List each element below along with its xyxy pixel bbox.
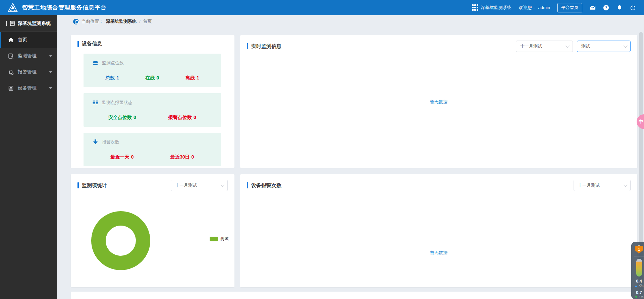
monitor-points-panel: 监测点位数 总数1 在线0 离线1	[84, 54, 221, 87]
legend-label: 测试	[220, 236, 228, 242]
sidebar-item-alarm-mgmt[interactable]: 报警管理	[0, 64, 57, 80]
panel-title: 报警次数	[102, 139, 119, 145]
help-icon[interactable]: ?	[603, 5, 609, 11]
chevron-down-icon	[49, 87, 52, 89]
download-speed: 0.7 ▼ K/s	[634, 290, 643, 299]
network-monitor-widget[interactable]: 1 0.4 ▲ K/s 0.7 ▼ K/s	[631, 242, 644, 299]
empty-data-text: 暂无数据	[240, 250, 637, 256]
sidebar-item-label: 报警管理	[18, 69, 37, 75]
book-icon	[10, 21, 15, 26]
empty-data-text: 暂无数据	[240, 99, 637, 105]
shield-count: 1	[638, 247, 640, 252]
title-accent-bar	[77, 182, 79, 188]
next-card-edge	[71, 292, 637, 299]
device-alarms-card: 设备报警次数 十一月测试 暂无数据	[240, 174, 637, 287]
shield-badge-icon: 1	[635, 245, 643, 254]
platform-home-button[interactable]: 平台首页	[557, 3, 582, 12]
breadcrumb-current[interactable]: 首页	[143, 18, 152, 24]
chevron-down-icon	[49, 71, 52, 73]
sidebar: 深基坑监测系统 首页 监测管理 报警管理	[0, 15, 57, 299]
title-accent-bar	[247, 182, 248, 188]
stat-alarm-points: 报警点位数0	[168, 115, 196, 121]
system-switcher[interactable]: 深基坑监测系统	[472, 4, 512, 11]
sidebar-brand: 深基坑监测系统	[0, 15, 57, 32]
welcome-block: 欢迎您： admin	[519, 5, 550, 11]
monitor-stats-card: 监测项统计 十一月测试 测试	[71, 174, 234, 287]
chevron-down-icon	[623, 44, 628, 48]
up-arrow-icon: ▲	[634, 284, 638, 288]
device-info-card: 设备信息 监测点位数 总数1 在线0 离线1	[71, 35, 234, 168]
stat-last-day: 最近一天0	[111, 154, 134, 160]
sidebar-item-device-mgmt[interactable]: 设备管理	[0, 80, 57, 96]
brand: 智慧工地综合管理服务信息平台	[0, 3, 107, 13]
donut-chart[interactable]	[91, 211, 150, 270]
breadcrumb: 当前位置： 深基坑监测系统 / 首页	[73, 18, 152, 24]
platform-logo-icon	[7, 3, 18, 13]
device-icon	[8, 85, 14, 91]
sidebar-item-label: 监测管理	[18, 53, 37, 59]
panel-title: 监测点位数	[102, 60, 124, 66]
stat-offline: 离线1	[185, 75, 199, 81]
app-window: 智慧工地综合管理服务信息平台 深基坑监测系统 欢迎您： admin 平台首页 ?	[0, 0, 644, 299]
sidebar-item-monitor-mgmt[interactable]: 监测管理	[0, 48, 57, 64]
bars-icon	[92, 99, 99, 106]
chevron-down-icon	[49, 55, 52, 57]
stat-safe-points: 安全点位数0	[108, 115, 136, 121]
translate-label: 中	[639, 119, 643, 125]
divider	[634, 256, 644, 256]
sidebar-item-label: 设备管理	[18, 85, 37, 91]
alarm-status-panel: 监测点报警状态 安全点位数0 报警点位数0	[84, 93, 221, 127]
username: admin	[538, 5, 550, 10]
sidebar-item-label: 首页	[18, 37, 27, 43]
card-title: 监测项统计	[82, 182, 107, 189]
card-title: 设备信息	[82, 41, 102, 47]
month-select[interactable]: 十一月测试	[516, 41, 573, 52]
apps-grid-icon	[472, 4, 478, 11]
sidebar-menu: 首页 监测管理 报警管理 设备管理	[0, 32, 57, 96]
month-select[interactable]: 十一月测试	[171, 180, 228, 191]
monitor-doc-icon	[8, 53, 14, 59]
down-arrow-icon: ▼	[634, 295, 638, 299]
chevron-down-icon	[623, 183, 628, 187]
panel-title: 监测点报警状态	[102, 100, 132, 106]
card-title: 设备报警次数	[251, 182, 281, 189]
breadcrumb-prefix: 当前位置：	[82, 18, 103, 24]
alarm-bell-icon	[8, 69, 14, 75]
sidebar-item-home[interactable]: 首页	[0, 32, 57, 48]
brand-pipe	[6, 21, 7, 26]
breadcrumb-separator: /	[139, 19, 141, 24]
home-icon	[8, 37, 14, 43]
stack-icon	[92, 60, 99, 66]
top-header: 智慧工地综合管理服务信息平台 深基坑监测系统 欢迎您： admin 平台首页 ?	[0, 0, 644, 15]
legend-swatch	[210, 237, 218, 241]
app-title: 智慧工地综合管理服务信息平台	[22, 4, 107, 11]
notification-bell-icon[interactable]	[616, 5, 623, 11]
title-accent-bar	[77, 41, 79, 47]
chevron-down-icon	[566, 44, 570, 48]
arrow-down-icon	[92, 139, 99, 145]
location-pin-icon	[73, 19, 79, 24]
power-logout-icon[interactable]	[630, 5, 636, 11]
stat-total: 总数1	[105, 75, 119, 81]
current-system-label: 深基坑监测系统	[481, 5, 512, 11]
breadcrumb-root[interactable]: 深基坑监测系统	[106, 18, 137, 24]
stat-last-30d: 最近30日0	[170, 154, 194, 160]
svg-text:?: ?	[605, 6, 607, 10]
upload-speed: 0.4 ▲ K/s	[634, 279, 643, 288]
chevron-down-icon	[220, 183, 225, 187]
month-select[interactable]: 十一月测试	[574, 180, 631, 191]
stat-online: 在线0	[146, 75, 159, 81]
mail-icon[interactable]	[590, 5, 596, 11]
welcome-label: 欢迎您：	[519, 5, 536, 11]
chart-legend[interactable]: 测试	[210, 236, 228, 242]
sidebar-brand-label: 深基坑监测系统	[18, 20, 51, 26]
alarm-count-panel: 报警次数 最近一天0 最近30日0	[84, 133, 221, 166]
gauge-capsule-icon	[636, 259, 642, 277]
title-accent-bar	[247, 43, 248, 49]
point-select[interactable]: 测试	[577, 41, 631, 52]
card-title: 实时监测信息	[251, 43, 281, 50]
realtime-card: 实时监测信息 十一月测试 测试 暂无数据	[240, 35, 637, 168]
main-content: 当前位置： 深基坑监测系统 / 首页 设备信息 监测点位数 总数	[57, 15, 644, 299]
